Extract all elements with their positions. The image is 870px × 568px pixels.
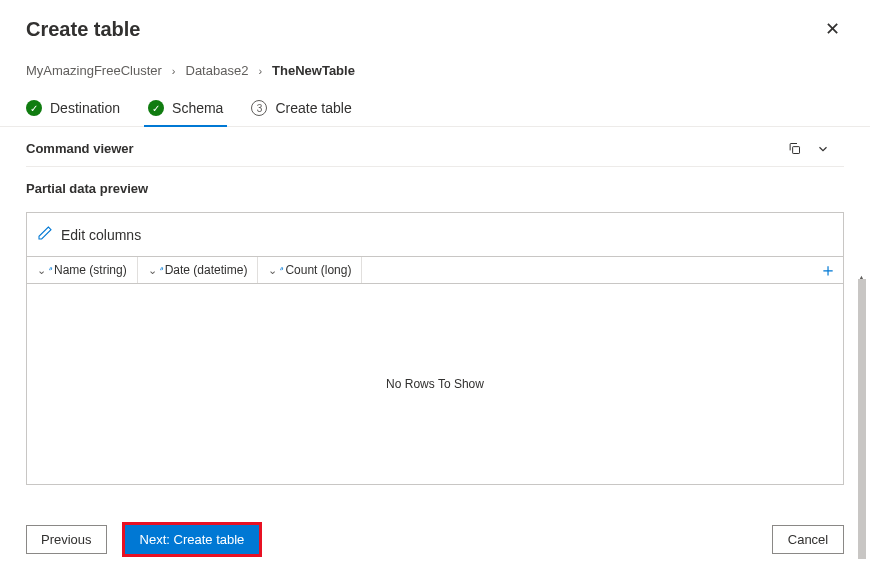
- step-label: Destination: [50, 100, 120, 116]
- footer: Previous Next: Create table Cancel: [26, 525, 844, 554]
- column-header[interactable]: ⌄ ᵃ Count (long): [258, 257, 362, 283]
- check-circle-icon: ✓: [148, 100, 164, 116]
- chevron-down-icon: ⌄: [268, 264, 277, 277]
- svg-rect-0: [793, 147, 800, 154]
- check-circle-icon: ✓: [26, 100, 42, 116]
- close-icon[interactable]: ✕: [821, 18, 844, 40]
- chevron-right-icon: ›: [258, 65, 262, 77]
- preview-title: Partial data preview: [26, 181, 844, 196]
- next-create-table-button[interactable]: Next: Create table: [125, 525, 260, 554]
- command-viewer-title: Command viewer: [26, 141, 134, 156]
- preview-box: Edit columns ⌄ ᵃ Name (string) ⌄ ᵃ Date …: [26, 212, 844, 485]
- wizard-steps: ✓ Destination ✓ Schema 3 Create table: [0, 100, 870, 127]
- scrollbar-thumb[interactable]: [858, 279, 866, 559]
- grid-body: No Rows To Show: [27, 284, 843, 484]
- breadcrumb: MyAmazingFreeCluster › Database2 › TheNe…: [26, 63, 844, 78]
- type-icon: ᵃ: [48, 265, 52, 275]
- empty-message: No Rows To Show: [386, 377, 484, 391]
- step-schema[interactable]: ✓ Schema: [148, 100, 223, 126]
- scrollbar[interactable]: [858, 279, 866, 568]
- page-title: Create table: [26, 18, 141, 41]
- step-create-table[interactable]: 3 Create table: [251, 100, 351, 126]
- chevron-down-icon[interactable]: [816, 142, 830, 156]
- step-label: Schema: [172, 100, 223, 116]
- add-column-icon[interactable]: ＋: [819, 258, 837, 282]
- column-label: Name (string): [54, 263, 127, 277]
- type-icon: ᵃ: [279, 265, 283, 275]
- edit-columns-label: Edit columns: [61, 227, 141, 243]
- step-destination[interactable]: ✓ Destination: [26, 100, 120, 126]
- column-label: Count (long): [285, 263, 351, 277]
- pencil-icon: [37, 225, 53, 244]
- breadcrumb-item[interactable]: Database2: [186, 63, 249, 78]
- copy-icon[interactable]: [787, 141, 802, 156]
- edit-columns-button[interactable]: Edit columns: [27, 213, 843, 257]
- column-header[interactable]: ⌄ ᵃ Date (datetime): [138, 257, 259, 283]
- column-label: Date (datetime): [165, 263, 248, 277]
- column-header[interactable]: ⌄ ᵃ Name (string): [27, 257, 138, 283]
- cancel-button[interactable]: Cancel: [772, 525, 844, 554]
- previous-button[interactable]: Previous: [26, 525, 107, 554]
- grid-header: ⌄ ᵃ Name (string) ⌄ ᵃ Date (datetime) ⌄ …: [27, 257, 843, 284]
- type-icon: ᵃ: [159, 265, 163, 275]
- breadcrumb-item-current: TheNewTable: [272, 63, 355, 78]
- step-number-icon: 3: [251, 100, 267, 116]
- breadcrumb-item[interactable]: MyAmazingFreeCluster: [26, 63, 162, 78]
- chevron-right-icon: ›: [172, 65, 176, 77]
- chevron-down-icon: ⌄: [37, 264, 46, 277]
- chevron-down-icon: ⌄: [148, 264, 157, 277]
- step-label: Create table: [275, 100, 351, 116]
